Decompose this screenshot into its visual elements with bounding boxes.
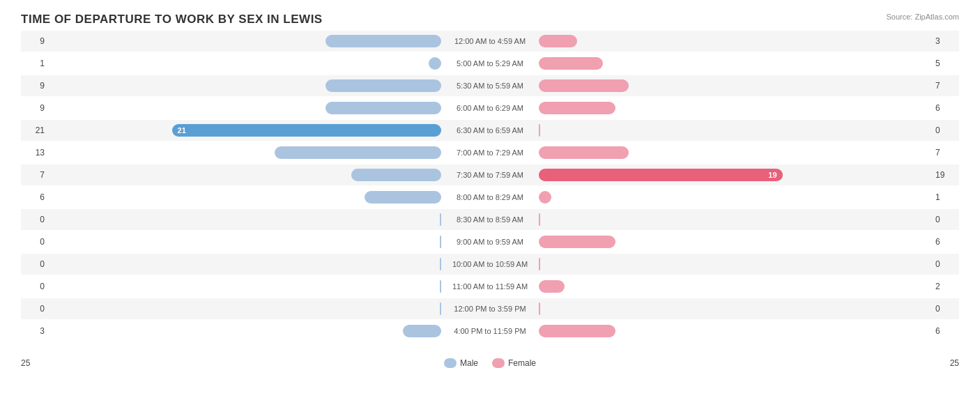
table-row: 6 8:00 AM to 8:29 AM 1 [21,187,959,208]
male-bar-wrapper [49,212,441,227]
female-bar [539,191,551,204]
male-bar: 21 [172,124,441,137]
female-bar [539,102,615,114]
table-row: 0 12:00 PM to 3:59 PM 0 [21,298,959,319]
time-label: 5:00 AM to 5:29 AM [441,59,539,68]
male-bar-wrapper [49,56,441,71]
male-value: 9 [21,103,49,113]
female-value: 1 [931,192,959,202]
male-bar [440,213,441,226]
female-swatch [492,358,505,368]
female-value: 0 [931,215,959,224]
table-row: 0 11:00 AM to 11:59 AM 2 [21,276,959,297]
female-bar [539,79,629,92]
male-bar [326,79,441,92]
male-value: 3 [21,326,49,336]
bars-section: 9:00 AM to 9:59 AM [49,231,931,252]
male-bar [429,57,441,70]
chart-area: 9 12:00 AM to 4:59 AM 3 1 [21,31,959,355]
legend-male: Male [444,358,478,368]
time-label: 6:30 AM to 6:59 AM [441,126,539,135]
male-bar-wrapper [49,301,441,316]
legend-female: Female [492,358,536,368]
table-row: 21 21 6:30 AM to 6:59 AM 0 [21,120,959,141]
table-row: 0 10:00 AM to 10:59 AM 0 [21,254,959,275]
male-bar [440,280,441,293]
female-bar [539,35,577,47]
male-value: 0 [21,304,49,314]
male-label: Male [460,358,478,368]
male-bar-wrapper [49,256,441,272]
female-bar-wrapper [539,234,931,250]
female-value: 7 [931,81,959,91]
female-bar-wrapper [539,190,931,205]
female-bar [539,236,615,248]
female-value: 2 [931,282,959,291]
female-bar [539,146,629,159]
bars-section: 8:30 AM to 8:59 AM [49,209,931,230]
bars-section: 5:30 AM to 5:59 AM [49,75,931,96]
table-row: 0 9:00 AM to 9:59 AM 6 [21,231,959,252]
female-bar [539,57,603,70]
female-bar-wrapper [539,145,931,160]
male-value: 0 [21,282,49,291]
male-bar-wrapper [49,323,441,339]
female-value: 7 [931,148,959,158]
female-bar-wrapper [539,33,931,49]
male-value: 9 [21,36,49,46]
female-bar-label: 19 [768,171,776,179]
male-bar-wrapper [49,190,441,205]
legend: Male Female [49,358,931,368]
male-bar-wrapper [49,33,441,49]
time-label: 8:00 AM to 8:29 AM [441,193,539,201]
axis-left-label: 25 [21,358,49,368]
male-bar [440,302,441,315]
female-bar [539,258,540,270]
male-value: 1 [21,59,49,68]
female-value: 0 [931,125,959,135]
female-value: 3 [931,36,959,46]
time-label: 5:30 AM to 5:59 AM [441,82,539,90]
bars-section: 7:30 AM to 7:59 AM 19 [49,164,931,185]
male-value: 0 [21,215,49,224]
female-value: 0 [931,259,959,269]
table-row: 13 7:00 AM to 7:29 AM 7 [21,142,959,163]
female-bar [539,302,540,315]
male-value: 0 [21,259,49,269]
male-bar [326,35,441,47]
time-label: 7:00 AM to 7:29 AM [441,148,539,157]
female-bar [539,325,615,337]
male-bar [275,146,441,159]
female-bar-wrapper [539,256,931,272]
female-value: 6 [931,103,959,113]
male-bar-wrapper [49,100,441,116]
female-label: Female [508,358,536,368]
table-row: 7 7:30 AM to 7:59 AM 19 19 [21,164,959,185]
male-bar [326,102,441,114]
female-bar-wrapper [539,123,931,138]
male-bar [365,191,441,204]
female-bar: 19 [539,169,783,181]
time-label: 7:30 AM to 7:59 AM [441,171,539,179]
table-row: 1 5:00 AM to 5:29 AM 5 [21,53,959,74]
female-bar-wrapper [539,212,931,227]
female-bar-wrapper [539,56,931,71]
male-value: 21 [21,125,49,135]
female-value: 0 [931,304,959,314]
time-label: 4:00 PM to 11:59 PM [441,327,539,335]
bars-section: 21 6:30 AM to 6:59 AM [49,120,931,141]
table-row: 9 6:00 AM to 6:29 AM 6 [21,98,959,118]
bars-section: 12:00 PM to 3:59 PM [49,298,931,319]
female-bar [539,213,540,226]
female-bar-wrapper [539,301,931,316]
time-label: 6:00 AM to 6:29 AM [441,104,539,112]
time-label: 9:00 AM to 9:59 AM [441,238,539,246]
time-label: 12:00 AM to 4:59 AM [441,37,539,45]
male-bar-label: 21 [178,126,186,135]
male-bar [440,258,441,270]
male-swatch [444,358,457,368]
female-bar-wrapper: 19 [539,167,931,183]
bars-section: 7:00 AM to 7:29 AM [49,142,931,163]
time-label: 12:00 PM to 3:59 PM [441,305,539,313]
time-label: 11:00 AM to 11:59 AM [441,282,539,291]
